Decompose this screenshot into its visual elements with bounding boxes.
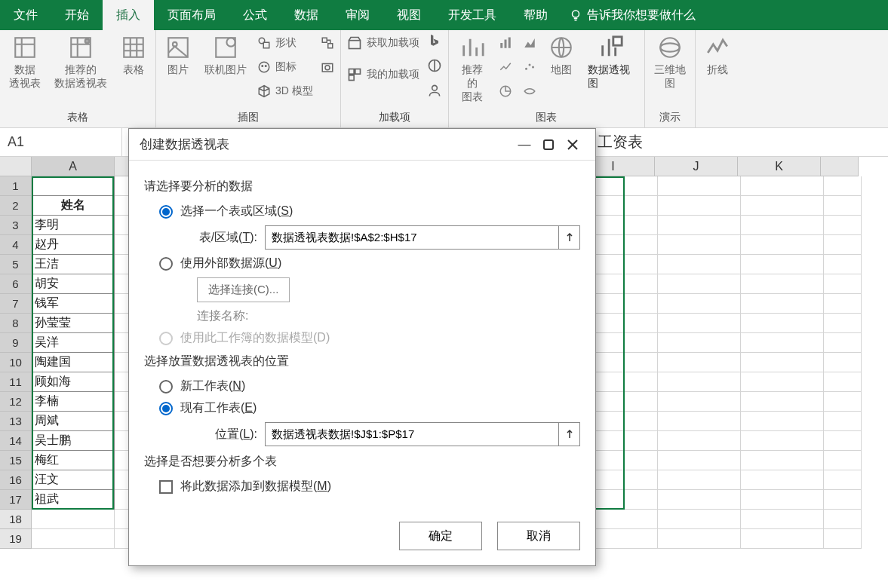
row-header[interactable]: 14 bbox=[0, 431, 32, 451]
maximize-button[interactable] bbox=[536, 133, 561, 157]
cell[interactable] bbox=[741, 353, 824, 372]
cell[interactable] bbox=[658, 196, 741, 216]
cell[interactable] bbox=[741, 392, 824, 412]
cell[interactable]: 李楠 bbox=[32, 392, 115, 412]
table-button[interactable]: 表格 bbox=[118, 33, 149, 78]
maps-button[interactable]: 地图 bbox=[545, 33, 577, 78]
cell[interactable] bbox=[824, 294, 862, 314]
pivot-table-button[interactable]: 数据 透视表 bbox=[6, 33, 44, 92]
chart-gallery-1[interactable] bbox=[497, 33, 514, 53]
ok-button[interactable]: 确定 bbox=[399, 522, 482, 550]
row-header[interactable]: 13 bbox=[0, 412, 32, 431]
cell[interactable] bbox=[741, 451, 824, 470]
cell[interactable] bbox=[824, 235, 862, 255]
smartart-button[interactable] bbox=[321, 33, 334, 53]
cell[interactable] bbox=[658, 216, 741, 235]
cell[interactable] bbox=[741, 216, 824, 235]
cell[interactable] bbox=[658, 294, 741, 314]
visio-button[interactable] bbox=[427, 58, 442, 75]
cell[interactable] bbox=[824, 392, 862, 412]
recommended-pivot-button[interactable]: 推荐的 数据透视表 bbox=[51, 33, 110, 92]
minimize-button[interactable]: — bbox=[512, 133, 536, 157]
opt-add-to-model[interactable]: 将此数据添加到数据模型(M) bbox=[159, 479, 580, 495]
menu-home[interactable]: 开始 bbox=[51, 0, 103, 30]
cell[interactable] bbox=[824, 510, 862, 529]
cell[interactable]: 祖武 bbox=[32, 490, 115, 510]
cell[interactable] bbox=[741, 274, 824, 294]
cell[interactable]: 胡安 bbox=[32, 274, 115, 294]
row-header[interactable]: 1 bbox=[0, 176, 32, 196]
location-ref-button[interactable] bbox=[559, 422, 580, 446]
dialog-titlebar[interactable]: 创建数据透视表 — bbox=[129, 129, 595, 161]
range-ref-button[interactable] bbox=[559, 225, 580, 250]
tell-me-search[interactable]: 告诉我你想要做什么 bbox=[561, 0, 703, 30]
location-input[interactable] bbox=[265, 422, 559, 446]
row-header[interactable]: 2 bbox=[0, 196, 32, 216]
cell[interactable] bbox=[741, 196, 824, 216]
cell[interactable] bbox=[824, 451, 862, 470]
cell[interactable] bbox=[741, 255, 824, 274]
cell[interactable] bbox=[824, 353, 862, 372]
cell[interactable] bbox=[741, 294, 824, 314]
opt-external[interactable]: 使用外部数据源(U) bbox=[159, 256, 580, 271]
cell[interactable] bbox=[741, 490, 824, 510]
cell[interactable] bbox=[658, 274, 741, 294]
cell[interactable] bbox=[741, 314, 824, 333]
row-header[interactable]: 12 bbox=[0, 392, 32, 412]
menu-data[interactable]: 数据 bbox=[281, 0, 332, 30]
row-header[interactable]: 8 bbox=[0, 314, 32, 333]
menu-review[interactable]: 审阅 bbox=[332, 0, 383, 30]
cell[interactable] bbox=[32, 510, 115, 529]
cell[interactable] bbox=[824, 176, 862, 196]
cell[interactable] bbox=[658, 529, 741, 549]
chart-gallery-4[interactable] bbox=[521, 33, 538, 53]
cell[interactable]: 王洁 bbox=[32, 255, 115, 274]
cell[interactable] bbox=[658, 431, 741, 451]
name-box[interactable]: A1 bbox=[0, 128, 122, 156]
cell[interactable] bbox=[741, 176, 824, 196]
bing-maps-button[interactable] bbox=[427, 33, 442, 51]
cell[interactable] bbox=[741, 431, 824, 451]
cell[interactable] bbox=[658, 412, 741, 431]
cell[interactable] bbox=[658, 255, 741, 274]
cell[interactable] bbox=[658, 392, 741, 412]
row-header[interactable]: 17 bbox=[0, 490, 32, 510]
chart-gallery-3[interactable] bbox=[497, 81, 514, 101]
col-header-l[interactable] bbox=[821, 157, 859, 176]
choose-connection-button[interactable]: 选择连接(C)... bbox=[197, 277, 290, 302]
cell[interactable] bbox=[824, 412, 862, 431]
recommended-charts-button[interactable]: 推荐的 图表 bbox=[455, 33, 490, 106]
cell[interactable]: 吴士鹏 bbox=[32, 431, 115, 451]
opt-existing-sheet[interactable]: 现有工作表(E) bbox=[159, 400, 580, 416]
cell[interactable] bbox=[741, 235, 824, 255]
menu-view[interactable]: 视图 bbox=[383, 0, 435, 30]
row-header[interactable]: 18 bbox=[0, 510, 32, 529]
cell[interactable] bbox=[32, 529, 115, 549]
screenshot-button[interactable] bbox=[321, 57, 334, 77]
cell[interactable] bbox=[658, 372, 741, 392]
cell[interactable] bbox=[658, 451, 741, 470]
close-button[interactable] bbox=[561, 133, 585, 157]
cell[interactable] bbox=[824, 490, 862, 510]
cell[interactable] bbox=[658, 490, 741, 510]
row-header[interactable]: 3 bbox=[0, 216, 32, 235]
cell[interactable]: 顾如海 bbox=[32, 372, 115, 392]
cell[interactable]: 钱军 bbox=[32, 294, 115, 314]
cancel-button[interactable]: 取消 bbox=[497, 522, 580, 550]
cell[interactable] bbox=[824, 333, 862, 353]
get-addins-button[interactable]: 获取加载项 bbox=[347, 33, 419, 53]
cell[interactable]: 姓名 bbox=[32, 196, 115, 216]
line-sparkline-button[interactable]: 折线 bbox=[702, 33, 733, 78]
radio-external[interactable] bbox=[159, 257, 173, 271]
cell[interactable] bbox=[741, 412, 824, 431]
cell[interactable] bbox=[824, 529, 862, 549]
row-header[interactable]: 7 bbox=[0, 294, 32, 314]
opt-select-range[interactable]: 选择一个表或区域(S) bbox=[159, 204, 580, 219]
cell[interactable] bbox=[658, 353, 741, 372]
cell[interactable] bbox=[741, 333, 824, 353]
opt-new-sheet[interactable]: 新工作表(N) bbox=[159, 378, 580, 394]
select-all-corner[interactable] bbox=[0, 157, 32, 176]
col-header-k[interactable]: K bbox=[738, 157, 821, 176]
row-header[interactable]: 4 bbox=[0, 235, 32, 255]
cell[interactable] bbox=[824, 314, 862, 333]
